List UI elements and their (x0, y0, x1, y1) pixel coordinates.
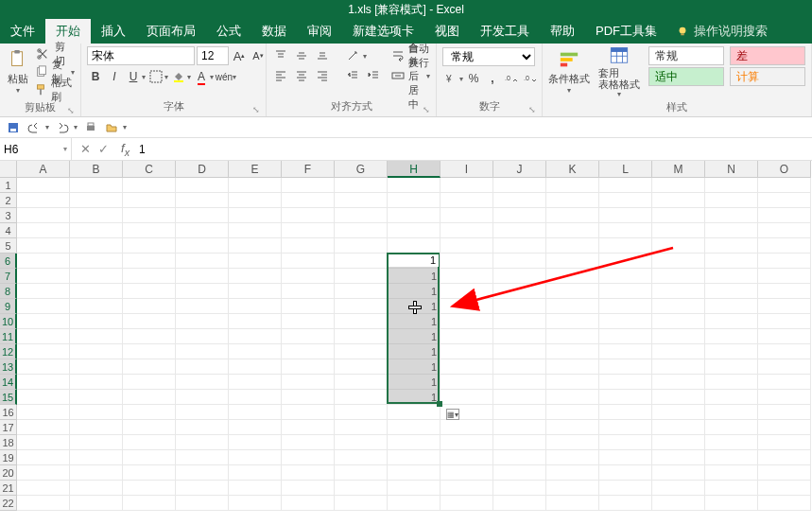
cell[interactable]: 1 (388, 314, 441, 329)
cell[interactable] (229, 465, 282, 481)
cell[interactable] (546, 435, 599, 450)
row-header[interactable]: 6 (0, 254, 17, 269)
row-header[interactable]: 19 (0, 450, 17, 465)
cell[interactable] (70, 223, 123, 238)
column-header[interactable]: F (282, 161, 335, 178)
cell[interactable] (17, 269, 70, 284)
cell[interactable] (705, 299, 758, 314)
cell[interactable] (17, 299, 70, 314)
align-left-button[interactable] (272, 67, 289, 84)
cell[interactable] (123, 496, 176, 511)
tab-数据[interactable]: 数据 (251, 19, 297, 44)
cell[interactable] (705, 450, 758, 465)
cell[interactable] (599, 375, 652, 390)
name-box[interactable]: ▾ (0, 138, 72, 160)
cell[interactable] (493, 465, 546, 481)
row-header[interactable]: 14 (0, 375, 17, 390)
undo-button[interactable] (26, 120, 42, 135)
cell[interactable] (546, 223, 599, 238)
cell[interactable] (282, 269, 335, 284)
qat-print-button[interactable] (83, 120, 98, 135)
column-header[interactable]: O (758, 161, 811, 178)
cell[interactable] (441, 390, 493, 405)
cell[interactable] (599, 496, 652, 511)
cell[interactable] (652, 405, 705, 420)
cell[interactable] (546, 193, 599, 208)
cell[interactable] (176, 238, 229, 254)
cell[interactable] (176, 269, 229, 284)
cell[interactable] (441, 208, 493, 223)
cell[interactable] (705, 178, 758, 193)
cell[interactable] (335, 359, 388, 375)
cell[interactable] (70, 420, 123, 435)
cell[interactable] (335, 420, 388, 435)
cell[interactable] (176, 450, 229, 465)
cell[interactable] (176, 314, 229, 329)
cell[interactable] (441, 375, 493, 390)
cell[interactable] (229, 269, 282, 284)
cell[interactable] (388, 208, 441, 223)
column-header[interactable]: G (335, 161, 388, 178)
cell[interactable] (17, 238, 70, 254)
cell[interactable] (441, 269, 493, 284)
cell[interactable] (123, 375, 176, 390)
cell[interactable] (176, 390, 229, 405)
cell[interactable] (493, 193, 546, 208)
cell[interactable] (282, 299, 335, 314)
column-header[interactable]: J (493, 161, 546, 178)
cell[interactable] (652, 329, 705, 344)
cell[interactable] (493, 496, 546, 511)
cell[interactable] (546, 299, 599, 314)
cell[interactable] (705, 420, 758, 435)
row-header[interactable]: 22 (0, 496, 17, 511)
cell[interactable] (335, 193, 388, 208)
cell[interactable] (70, 390, 123, 405)
row-header[interactable]: 7 (0, 269, 17, 284)
row-header[interactable]: 8 (0, 284, 17, 299)
cell[interactable] (758, 390, 811, 405)
cell[interactable]: 1 (388, 375, 441, 390)
cell[interactable] (176, 223, 229, 238)
cell[interactable] (17, 344, 70, 359)
cell[interactable] (176, 496, 229, 511)
align-center-button[interactable] (293, 67, 310, 84)
cell[interactable] (493, 223, 546, 238)
tab-插入[interactable]: 插入 (91, 19, 136, 44)
cell[interactable] (17, 405, 70, 420)
cell[interactable] (493, 359, 546, 375)
cell[interactable] (652, 344, 705, 359)
save-button[interactable] (6, 120, 21, 135)
cell[interactable] (441, 481, 493, 496)
cell[interactable] (599, 329, 652, 344)
cell[interactable] (17, 465, 70, 481)
cell[interactable] (652, 359, 705, 375)
cell[interactable] (599, 405, 652, 420)
cell[interactable] (123, 223, 176, 238)
cell[interactable] (70, 375, 123, 390)
decrease-font-button[interactable]: A▾ (250, 47, 267, 64)
cell[interactable] (17, 254, 70, 269)
cell[interactable] (758, 269, 811, 284)
align-top-button[interactable] (272, 47, 289, 64)
cell[interactable] (705, 193, 758, 208)
cell[interactable] (123, 254, 176, 269)
cell[interactable] (282, 359, 335, 375)
cell[interactable] (17, 435, 70, 450)
row-header[interactable]: 4 (0, 223, 17, 238)
cell[interactable] (705, 405, 758, 420)
cell[interactable] (705, 254, 758, 269)
cell[interactable] (599, 344, 652, 359)
cell[interactable] (705, 375, 758, 390)
cell[interactable] (546, 465, 599, 481)
cell[interactable] (758, 465, 811, 481)
cell-style-bad[interactable]: 差 (730, 46, 805, 65)
cell[interactable] (123, 208, 176, 223)
cell[interactable] (176, 208, 229, 223)
cell[interactable] (70, 481, 123, 496)
cell[interactable] (282, 254, 335, 269)
cell[interactable] (176, 359, 229, 375)
column-header[interactable]: C (123, 161, 176, 178)
autofill-options-button[interactable]: ▦▾ (446, 409, 459, 420)
column-header[interactable]: B (70, 161, 123, 178)
cell[interactable] (17, 329, 70, 344)
